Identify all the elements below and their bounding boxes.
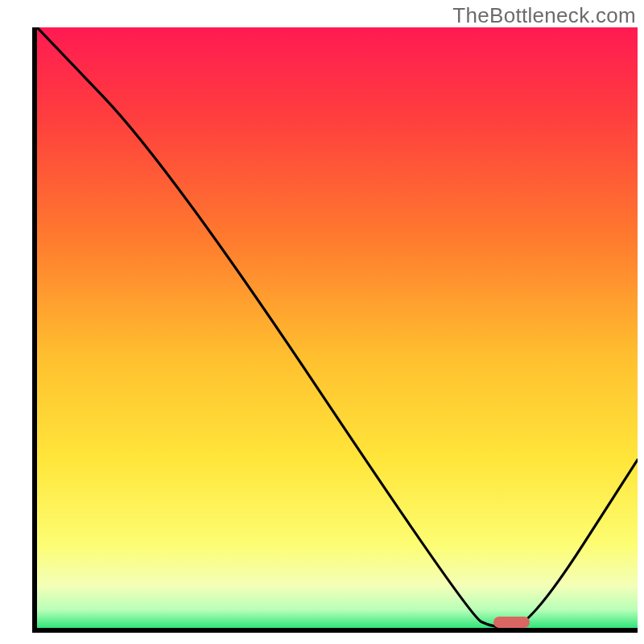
plot-area	[37, 27, 638, 628]
bottleneck-curve	[37, 27, 638, 628]
optimal-range-marker	[493, 617, 530, 628]
watermark-text: TheBottleneck.com	[452, 3, 636, 28]
chart-container: TheBottleneck.com	[0, 0, 644, 644]
plot-frame	[32, 27, 638, 633]
